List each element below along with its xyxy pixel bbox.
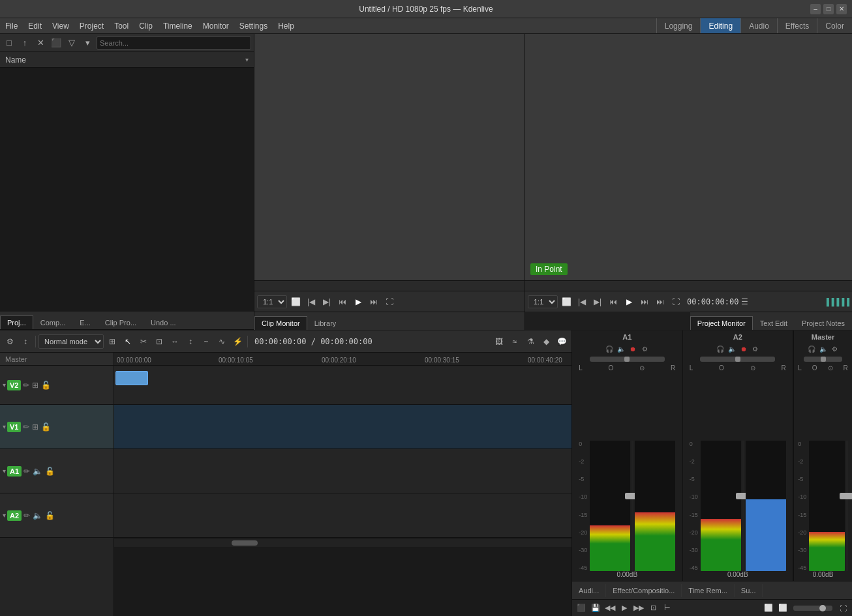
tl-clip-thumbnail-button[interactable]: 🖼: [492, 334, 506, 349]
tl-multitrack-button[interactable]: ⊞: [105, 334, 119, 349]
tl-subtitle-button[interactable]: 💬: [555, 334, 569, 349]
close-button[interactable]: ✕: [836, 4, 847, 14]
track-lane-v1[interactable]: [114, 405, 571, 449]
v1-edit-icon[interactable]: ✏: [22, 422, 30, 432]
mixer-master-fader-wrap[interactable]: [846, 441, 848, 571]
timeline-scrollbar[interactable]: [114, 538, 571, 547]
v1-composite-icon[interactable]: ⊞: [31, 422, 39, 432]
track-lane-a1[interactable]: [114, 449, 571, 493]
a1-collapse[interactable]: ▾: [3, 467, 6, 475]
tl-keyframe-button[interactable]: ◆: [539, 334, 553, 349]
mixer-a1-headphone[interactable]: 🎧: [604, 344, 615, 354]
scroll-thumb[interactable]: [232, 540, 258, 546]
menu-settings[interactable]: Settings: [234, 20, 273, 32]
bin-tab-effects[interactable]: E...: [72, 315, 98, 329]
search-input[interactable]: [97, 37, 251, 50]
bin-up-button[interactable]: ↑: [18, 37, 31, 50]
menu-monitor[interactable]: Monitor: [198, 20, 234, 32]
mixer-a2-pan[interactable]: [700, 357, 775, 362]
mixer-master-pan[interactable]: [804, 357, 843, 362]
clip-zoom-select[interactable]: 1:1 1:2 Fit: [257, 295, 287, 308]
menu-clip[interactable]: Clip: [134, 20, 158, 32]
track-lane-v2[interactable]: [114, 366, 571, 405]
pm-rewind-button[interactable]: ⏮: [606, 295, 620, 309]
tl-effects-button[interactable]: ⚗: [523, 334, 538, 349]
a2-speaker-icon[interactable]: 🔈: [32, 511, 43, 520]
v1-collapse[interactable]: ▾: [3, 423, 6, 430]
mixer-tab-effect[interactable]: Effect/Compositio...: [606, 584, 682, 597]
pm-ffwd-button[interactable]: ⏭: [637, 295, 652, 309]
tab-project-monitor[interactable]: Project Monitor: [690, 316, 753, 330]
a1-speaker-icon[interactable]: 🔈: [32, 467, 43, 476]
mixer-a1-record[interactable]: ⏺: [628, 344, 638, 354]
bin-add-button[interactable]: □: [3, 37, 16, 50]
menu-project[interactable]: Project: [74, 20, 109, 32]
mixer-a1-mute[interactable]: 🔈: [616, 344, 626, 354]
bin-tag-button[interactable]: ⬛: [50, 37, 63, 50]
clip-fullscreen-button[interactable]: ⛶: [382, 295, 397, 309]
tab-project-notes[interactable]: Project Notes: [795, 316, 852, 330]
mixer-a2-headphone[interactable]: 🎧: [715, 344, 725, 354]
tl-settings-button[interactable]: ⚙: [3, 334, 17, 349]
v2-collapse[interactable]: ▾: [3, 381, 6, 389]
mixer-tb-out[interactable]: ⊢: [661, 602, 674, 615]
v2-edit-icon[interactable]: ✏: [22, 381, 30, 390]
mixer-a1-pan[interactable]: [590, 357, 665, 362]
pm-fit-button[interactable]: ⬜: [559, 295, 573, 309]
bin-filter-arrow[interactable]: ▾: [81, 37, 94, 50]
a2-edit-icon[interactable]: ✏: [23, 511, 31, 520]
mixer-master-mute[interactable]: 🔈: [818, 344, 829, 354]
maximize-button[interactable]: □: [823, 4, 834, 14]
tl-fit-button[interactable]: ↕: [18, 334, 33, 349]
v1-lock-icon[interactable]: 🔓: [40, 422, 52, 432]
project-zoom-select[interactable]: 1:1 1:2 Fit: [528, 295, 558, 308]
tab-text-edit[interactable]: Text Edit: [753, 316, 795, 330]
tl-multicam-button[interactable]: ⚡: [230, 334, 245, 349]
pm-menu-icon[interactable]: ☰: [741, 297, 748, 306]
mixer-tb-tag[interactable]: ⬛: [575, 602, 588, 615]
mixer-a2-record[interactable]: ⏺: [738, 344, 749, 354]
pm-play-button[interactable]: ▶: [622, 295, 636, 309]
clip-in-button[interactable]: |◀: [304, 295, 318, 309]
bin-tab-clip-properties[interactable]: Clip Pro...: [98, 315, 144, 329]
pm-fullscreen-button[interactable]: ⛶: [669, 295, 683, 309]
mixer-tb-prev[interactable]: ◀◀: [603, 602, 616, 615]
mixer-tab-audio[interactable]: Audi...: [572, 584, 606, 597]
tab-library[interactable]: Library: [307, 316, 344, 330]
mixer-volume-slider[interactable]: [793, 606, 832, 611]
clip-out-button[interactable]: ▶|: [320, 295, 334, 309]
clip-rewind-button[interactable]: ⏮: [335, 295, 350, 309]
tl-slip-button[interactable]: ~: [199, 334, 213, 349]
tl-roll-button[interactable]: ↕: [183, 334, 198, 349]
workspace-tab-audio[interactable]: Audio: [740, 18, 777, 33]
workspace-tab-effects[interactable]: Effects: [777, 18, 817, 33]
tl-cursor-button[interactable]: ↖: [121, 334, 135, 349]
menu-help[interactable]: Help: [273, 20, 299, 32]
workspace-tab-color[interactable]: Color: [817, 18, 852, 33]
pm-out-button[interactable]: ▶|: [590, 295, 605, 309]
tl-razor-button[interactable]: ✂: [136, 334, 151, 349]
a2-collapse[interactable]: ▾: [3, 512, 6, 519]
clip-play-button[interactable]: ▶: [351, 295, 365, 309]
a1-edit-icon[interactable]: ✏: [23, 467, 31, 476]
v2-composite-icon[interactable]: ⊞: [31, 381, 39, 390]
pm-next-frame-button[interactable]: ⏭: [653, 295, 667, 309]
mixer-a2-settings[interactable]: ⚙: [750, 344, 761, 354]
mixer-tb-next[interactable]: ▶▶: [632, 602, 645, 615]
mixer-tab-time[interactable]: Time Rem...: [682, 584, 735, 597]
clip-fit-button[interactable]: ⬜: [288, 295, 303, 309]
minimize-button[interactable]: –: [810, 4, 821, 14]
v2-lock-icon[interactable]: 🔓: [40, 381, 52, 390]
workspace-tab-logging[interactable]: Logging: [656, 18, 701, 33]
mixer-tb-fullscreen[interactable]: ⛶: [836, 602, 849, 615]
tl-ripple-button[interactable]: ↔: [168, 334, 182, 349]
clip-ffwd-button[interactable]: ⏭: [367, 295, 381, 309]
mixer-tb-play[interactable]: ▶: [618, 602, 631, 615]
workspace-tab-editing[interactable]: Editing: [700, 18, 740, 33]
mixer-master-headphone[interactable]: 🎧: [806, 344, 817, 354]
tl-spacer-button[interactable]: ⊡: [152, 334, 166, 349]
mixer-tb-in[interactable]: ⊡: [647, 602, 660, 615]
pm-in-button[interactable]: |◀: [575, 295, 589, 309]
mixer-master-fader[interactable]: [840, 493, 852, 499]
bin-sort-arrow[interactable]: ▾: [245, 56, 249, 63]
